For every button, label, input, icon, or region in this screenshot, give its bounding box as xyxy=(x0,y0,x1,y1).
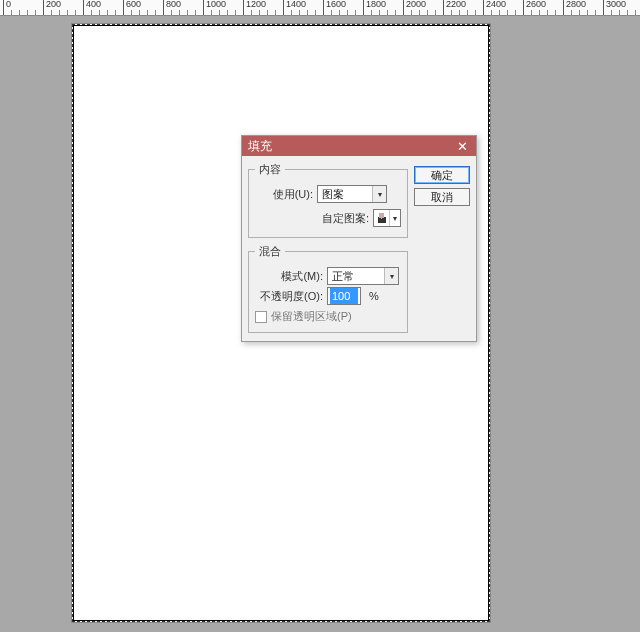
ruler-tick: 2600 xyxy=(523,0,524,16)
use-label: 使用(U): xyxy=(255,187,313,202)
ruler-tick: 1600 xyxy=(323,0,324,16)
ruler-tick: 400 xyxy=(83,0,84,16)
opacity-value: 100 xyxy=(330,288,358,304)
ruler-tick-label: 600 xyxy=(126,0,141,9)
ruler-tick-label: 2600 xyxy=(526,0,546,9)
ruler-tick-label: 2000 xyxy=(406,0,426,9)
content-group: 内容 使用(U): 图案 ▾ 自定图案: ▾ xyxy=(248,162,408,238)
fill-dialog: 填充 ✕ 内容 使用(U): 图案 ▾ 自定图案: xyxy=(241,135,477,342)
ruler-tick: 0 xyxy=(3,0,4,16)
ruler-tick-label: 1400 xyxy=(286,0,306,9)
dialog-titlebar[interactable]: 填充 ✕ xyxy=(242,136,476,156)
ruler-tick: 1800 xyxy=(363,0,364,16)
ruler-tick: 1200 xyxy=(243,0,244,16)
ruler-tick-label: 200 xyxy=(46,0,61,9)
blend-legend: 混合 xyxy=(255,244,285,259)
ruler-tick-label: 400 xyxy=(86,0,101,9)
ok-button[interactable]: 确定 xyxy=(414,166,470,184)
opacity-input[interactable]: 100 xyxy=(327,287,361,305)
ruler-tick-label: 0 xyxy=(6,0,11,9)
horizontal-ruler: 0200400600800100012001400160018002000220… xyxy=(0,0,640,16)
ruler-tick: 800 xyxy=(163,0,164,16)
ruler-tick: 3000 xyxy=(603,0,604,16)
ruler-tick-label: 3000 xyxy=(606,0,626,9)
ruler-tick-label: 1200 xyxy=(246,0,266,9)
preserve-transparency-label: 保留透明区域(P) xyxy=(271,309,352,324)
preserve-transparency-checkbox[interactable] xyxy=(255,311,267,323)
mode-combo-value: 正常 xyxy=(328,268,384,284)
ruler-tick-label: 2400 xyxy=(486,0,506,9)
ruler-tick: 2800 xyxy=(563,0,564,16)
cancel-button[interactable]: 取消 xyxy=(414,188,470,206)
ruler-tick: 1000 xyxy=(203,0,204,16)
custom-pattern-label: 自定图案: xyxy=(322,211,369,226)
ruler-tick-label: 2800 xyxy=(566,0,586,9)
chevron-down-icon: ▾ xyxy=(372,186,386,202)
custom-pattern-picker[interactable]: ▾ xyxy=(373,209,401,227)
ruler-tick: 2200 xyxy=(443,0,444,16)
ruler-tick-label: 1800 xyxy=(366,0,386,9)
opacity-unit: % xyxy=(369,290,379,302)
ruler-tick-label: 1600 xyxy=(326,0,346,9)
workspace: 填充 ✕ 内容 使用(U): 图案 ▾ 自定图案: xyxy=(0,16,640,632)
ruler-tick-label: 1000 xyxy=(206,0,226,9)
chevron-down-icon: ▾ xyxy=(390,210,400,226)
ruler-tick: 2400 xyxy=(483,0,484,16)
mode-label: 模式(M): xyxy=(255,269,323,284)
pattern-thumbnail-icon xyxy=(374,210,390,226)
ruler-tick-label: 2200 xyxy=(446,0,466,9)
mode-combo[interactable]: 正常 ▾ xyxy=(327,267,399,285)
chevron-down-icon: ▾ xyxy=(384,268,398,284)
ruler-tick: 200 xyxy=(43,0,44,16)
ruler-tick: 1400 xyxy=(283,0,284,16)
ruler-tick-label: 800 xyxy=(166,0,181,9)
ruler-tick: 600 xyxy=(123,0,124,16)
close-icon[interactable]: ✕ xyxy=(448,136,476,156)
ruler-tick: 2000 xyxy=(403,0,404,16)
blend-group: 混合 模式(M): 正常 ▾ 不透明度(O): 100 % xyxy=(248,244,408,333)
opacity-label: 不透明度(O): xyxy=(255,289,323,304)
use-combo-value: 图案 xyxy=(318,186,372,202)
use-combo[interactable]: 图案 ▾ xyxy=(317,185,387,203)
content-legend: 内容 xyxy=(255,162,285,177)
dialog-title: 填充 xyxy=(248,136,272,156)
